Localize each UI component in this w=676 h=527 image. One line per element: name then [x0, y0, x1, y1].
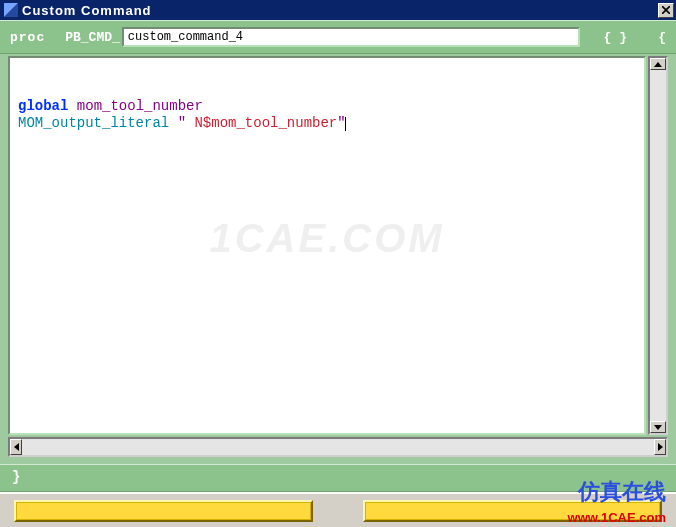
proc-keyword: proc — [10, 30, 45, 45]
code-string: N$mom_tool_number — [186, 115, 337, 131]
proc-header: proc PB_CMD_ { } { — [0, 20, 676, 54]
command-name-input[interactable] — [122, 27, 580, 47]
code-quote-open: " — [178, 115, 186, 131]
scroll-down-button[interactable] — [650, 421, 666, 433]
horizontal-scroll-track[interactable] — [22, 439, 654, 455]
proc-close-brace: } — [12, 469, 20, 485]
title-bar: Custom Command — [0, 0, 676, 20]
proc-braces-open: { } { — [604, 30, 666, 45]
bottom-button-1[interactable] — [14, 500, 313, 522]
editor-area: 1CAE.COM global mom_tool_number MOM_outp… — [8, 56, 668, 457]
code-space — [169, 115, 177, 131]
watermark-text: 1CAE.COM — [209, 230, 444, 247]
vertical-scrollbar[interactable] — [648, 56, 668, 435]
command-prefix: PB_CMD_ — [65, 30, 120, 45]
code-editor[interactable]: 1CAE.COM global mom_tool_number MOM_outp… — [8, 56, 646, 435]
dialog-button-bar — [0, 492, 676, 527]
code-var-1: mom_tool_number — [68, 98, 202, 114]
code-func: MOM_output_literal — [18, 115, 169, 131]
proc-close-brace-row: } — [0, 464, 676, 492]
window-title: Custom Command — [22, 3, 656, 18]
scroll-up-button[interactable] — [650, 58, 666, 70]
bottom-button-2[interactable] — [363, 500, 662, 522]
scroll-left-button[interactable] — [10, 439, 22, 455]
app-icon — [4, 3, 18, 17]
text-caret — [345, 117, 346, 131]
horizontal-scrollbar[interactable] — [8, 437, 668, 457]
code-keyword-global: global — [18, 98, 68, 114]
vertical-scroll-track[interactable] — [650, 70, 666, 421]
scroll-right-button[interactable] — [654, 439, 666, 455]
close-button[interactable] — [658, 3, 674, 18]
